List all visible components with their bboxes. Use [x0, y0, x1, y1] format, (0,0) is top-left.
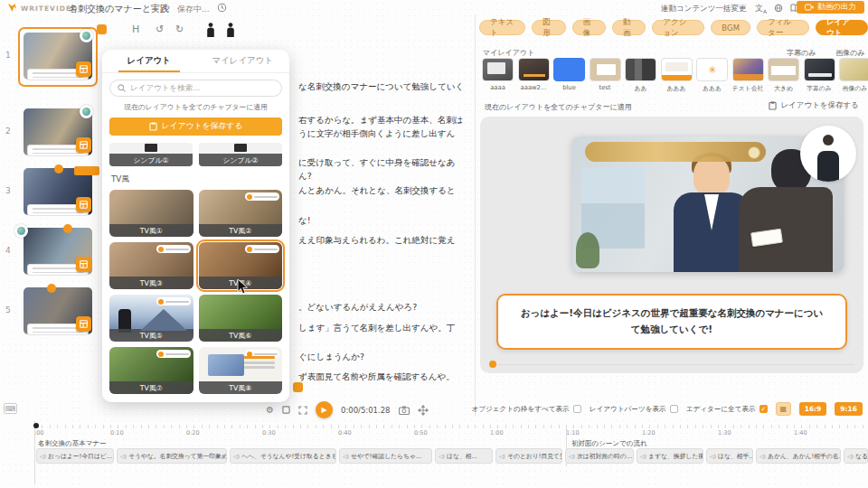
character-2-icon[interactable] [226, 23, 235, 37]
saved-layout-aaaa[interactable]: aaaa [482, 58, 514, 93]
show-object-frames-option[interactable]: オブジェクトの枠をすべて表示 [471, 405, 580, 414]
layout-option-tv-3[interactable]: TV風③ [109, 242, 193, 289]
scene-globe-badge[interactable] [14, 224, 28, 238]
editor-layout-anchor-button[interactable] [97, 24, 107, 34]
saved-layout-blue[interactable]: blue [553, 58, 585, 93]
saved-layout-aaa-2[interactable]: ✳あああ [696, 58, 728, 93]
aspect-grid-button[interactable]: ▦ [776, 402, 791, 416]
batch-content-edit-label[interactable]: 連動コンテンツ一括変更 [661, 4, 747, 14]
ratio-16-9-button[interactable]: 16:9 [799, 402, 827, 416]
scene-globe-badge[interactable] [80, 29, 93, 42]
snapshot-camera-icon[interactable] [399, 406, 410, 415]
show-layout-parts-option[interactable]: レイアウトパーツを表示 [590, 405, 678, 414]
sync-icon[interactable]: ↻ [163, 3, 170, 13]
show-all-in-editor-option[interactable]: エディターに全て表示 ✓ [686, 405, 768, 414]
history-icon[interactable] [217, 3, 227, 13]
saved-layout-image-only[interactable]: 画像のみ [839, 58, 868, 93]
layout-option-tv-5[interactable]: TV風⑤ [109, 295, 193, 342]
subtitle-clip-6[interactable]: ◁)そのとおり!目見て笑... [495, 448, 562, 464]
scene-item-5[interactable]: 5 [0, 287, 99, 343]
saved-layout-large[interactable]: 大きめ [768, 58, 799, 93]
scene-item-1[interactable]: 1 [0, 33, 99, 89]
popup-apply-all-link[interactable]: 現在のレイアウトを全てのチャプターに適用 [102, 102, 289, 112]
ratio-9-16-button[interactable]: 9:16 [835, 402, 863, 416]
subtitle-clip-3[interactable]: ◁)へへ、そうなんや!受け取るときも両... [230, 448, 336, 464]
saved-layout-subtitle-only[interactable]: 字幕のみ [804, 58, 835, 93]
export-video-button[interactable]: 動画の出力 [797, 1, 864, 14]
saved-layout-aaaw2[interactable]: aaaw2... [518, 58, 550, 93]
ruler-tick: 1:00 [490, 429, 504, 436]
character-1-icon[interactable] [206, 23, 215, 37]
layout-parts-badge [156, 297, 191, 305]
scene-item-3[interactable]: 3 [0, 168, 99, 224]
scene-globe-badge[interactable] [80, 105, 93, 118]
popup-tab-layout[interactable]: レイアウト [102, 50, 196, 72]
progress-knob[interactable] [489, 361, 496, 368]
timeline-playhead[interactable] [33, 423, 39, 428]
scene-layout-button[interactable] [76, 137, 91, 153]
saved-layout-aa[interactable]: ああ [625, 58, 656, 93]
scene-layout-button[interactable] [76, 257, 91, 272]
panel-save-layout-button[interactable]: レイアウトを保存する [769, 100, 859, 111]
ruler-tick: 1:10 [566, 429, 580, 436]
settings-gear-icon[interactable]: ⚙ [266, 405, 274, 415]
scene-item-2[interactable]: 2 [0, 108, 99, 164]
layout-option-simple-2[interactable]: シンプル② [199, 143, 282, 166]
popup-scroll-indicator[interactable] [293, 382, 303, 392]
translate-icon[interactable]: 文A [755, 3, 767, 14]
layout-option-tv-8[interactable]: TV風⑧ [199, 347, 283, 394]
saved-layout-test-company[interactable]: テスト会社 [732, 58, 764, 93]
move-tool-icon[interactable] [418, 405, 429, 416]
play-button[interactable]: ▶ [316, 401, 333, 418]
timeline-ruler[interactable]: :00 0:10 0:20 0:30 0:40 0:50 1:00 1:10 1… [34, 425, 868, 436]
subtitle-clip-11[interactable]: ◁)なる... [844, 448, 868, 464]
layout-option-tv-1[interactable]: TV風① [109, 190, 193, 237]
layout-option-tv-7[interactable]: TV風⑦ [109, 347, 193, 394]
undo-icon[interactable]: ↺ [156, 23, 164, 35]
chapter-label-1[interactable]: 名刺交換の基本マナー [38, 439, 107, 448]
show-layout-parts-checkbox[interactable] [670, 405, 678, 413]
layout-option-label: TV風⑦ [109, 381, 193, 394]
globe-icon[interactable] [774, 4, 783, 13]
redo-icon[interactable]: ↻ [175, 23, 184, 35]
presenter-avatar[interactable] [800, 126, 856, 182]
fullscreen-icon[interactable] [298, 406, 307, 415]
project-title[interactable]: 名刺交換のマナーと実践 [69, 3, 169, 15]
saved-layout-aaa-1[interactable]: あああ [661, 58, 693, 93]
scene-layout-button[interactable] [76, 61, 91, 77]
layout-option-simple-1[interactable]: シンプル① [109, 143, 193, 166]
subtitle-clip-4[interactable]: ◁)せやで!確認したらちゃ... [339, 448, 432, 464]
subtitle-clip-7[interactable]: ◁)次は初対面の時の... [565, 448, 634, 464]
layout-search-input[interactable]: レイアウトを検索... [109, 80, 282, 97]
layout-option-tv-6[interactable]: TV風⑥ [199, 295, 283, 342]
ruler-tick: 0:40 [338, 429, 352, 436]
subtitle-clip-10[interactable]: ◁)あかん、あかん!相手の名... [756, 448, 841, 464]
popup-tab-mylayout[interactable]: マイレイアウト [196, 50, 290, 72]
subtitle-bubble[interactable]: おっはよー!今日はビジネスの世界で超重要な名刺交換のマナーについて勉強していくで… [496, 294, 847, 350]
scene-layout-button[interactable] [76, 316, 91, 332]
layout-option-label: TV風② [199, 224, 283, 237]
saved-layout-test[interactable]: test [590, 58, 621, 93]
heading-tool-icon[interactable]: H [132, 23, 139, 35]
popup-save-layout-button[interactable]: レイアウトを保存する [109, 117, 282, 136]
chapter-label-2[interactable]: 初対面のシーンでの流れ [571, 439, 647, 448]
scene-number: 2 [5, 127, 11, 136]
saving-status: 保存中... [177, 4, 210, 15]
preview-stage[interactable]: おっはよー!今日はビジネスの世界で超重要な名刺交換のマナーについて勉強していくで… [480, 117, 863, 373]
subtitle-clip-2[interactable]: ◁)そうやな。名刺交換って第一印象めっ... [117, 448, 227, 464]
subtitle-clip-5[interactable]: ◁)ほな、相... [435, 448, 493, 464]
stop-icon[interactable] [282, 406, 290, 414]
clip-text: へへ、そうなんや!受け取るときも両... [241, 452, 336, 461]
subtitle-clip-8[interactable]: ◁)まずな、挨拶した後... [637, 448, 703, 464]
show-all-in-editor-checkbox[interactable]: ✓ [760, 405, 768, 413]
panel-apply-all-link[interactable]: 現在のレイアウトを全てのチャプターに適用 [485, 102, 632, 112]
preview-progress[interactable] [489, 361, 854, 368]
layout-option-tv-2[interactable]: TV風② [199, 190, 283, 237]
scene-item-4[interactable]: 4 [0, 228, 99, 284]
speaker-icon: ◁) [499, 453, 505, 459]
subtitle-clip-1[interactable]: ◁)おっはよー!今日はビ... [36, 448, 114, 464]
subtitle-clip-9[interactable]: ◁)ほな、相手... [706, 448, 753, 464]
scene-layout-button[interactable] [76, 197, 91, 212]
show-object-frames-checkbox[interactable] [573, 405, 581, 413]
keyboard-shortcuts-button[interactable]: ⌨ [4, 403, 17, 414]
